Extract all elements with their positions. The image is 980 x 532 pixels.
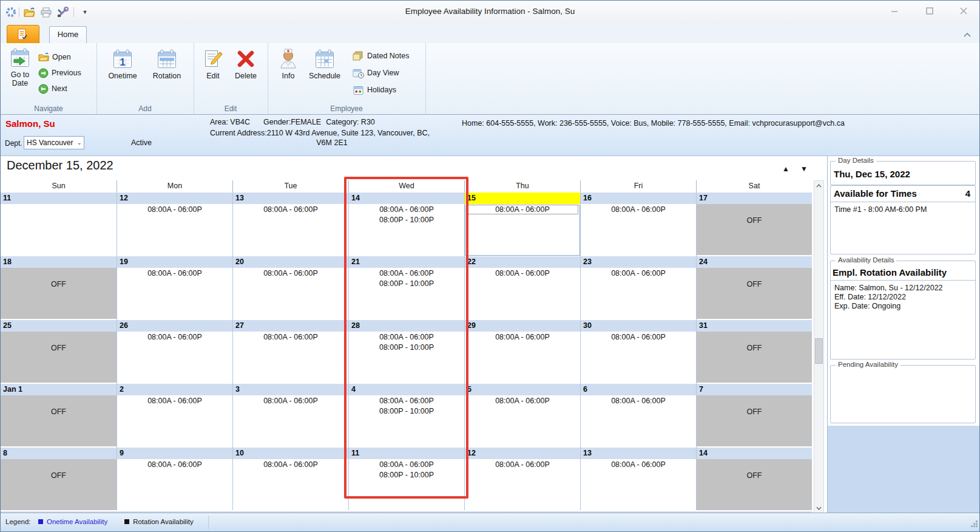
calendar-day-cell[interactable]: 1208:00A - 06:00P bbox=[117, 191, 232, 255]
close-button[interactable] bbox=[951, 4, 976, 18]
availability-time-entry[interactable]: 08:00A - 06:00P bbox=[465, 268, 580, 278]
tab-home[interactable]: Home bbox=[49, 26, 87, 43]
calendar-day-cell[interactable]: 11 bbox=[1, 191, 117, 255]
scrollbar-thumb[interactable] bbox=[815, 338, 823, 364]
calendar-day-cell[interactable]: 1508:00A - 06:00P bbox=[464, 191, 580, 255]
availability-time-entry[interactable]: 08:00A - 06:00P bbox=[349, 332, 464, 342]
calendar-day-cell[interactable]: 1408:00A - 06:00P08:00P - 10:00P bbox=[348, 191, 464, 255]
day-view-button[interactable]: Day View bbox=[353, 66, 399, 80]
availability-time-entry[interactable]: 08:00P - 10:00P bbox=[349, 278, 464, 288]
availability-time-entry[interactable]: 08:00A - 06:00P bbox=[349, 204, 464, 214]
availability-time-entry[interactable]: 08:00A - 06:00P bbox=[581, 204, 696, 214]
info-button[interactable]: Info bbox=[275, 48, 302, 80]
calendar-scrollbar[interactable] bbox=[814, 180, 824, 514]
next-button[interactable]: Next bbox=[38, 82, 67, 95]
calendar-day-cell[interactable]: 2708:00A - 06:00P bbox=[232, 319, 348, 383]
scroll-down-triangle[interactable]: ▼ bbox=[800, 165, 808, 173]
holidays-icon bbox=[353, 85, 364, 95]
availability-time-entry[interactable]: 08:00A - 06:00P bbox=[465, 459, 580, 469]
calendar-day-cell[interactable]: Jan 1OFF bbox=[1, 383, 117, 446]
goto-date-button[interactable]: Go to Date bbox=[4, 47, 36, 87]
availability-time-entry[interactable]: 08:00A - 06:00P bbox=[117, 268, 232, 278]
calendar-day-cell[interactable]: 1308:00A - 06:00P bbox=[232, 191, 348, 255]
calendar-day-cell[interactable]: 2108:00A - 06:00P08:00P - 10:00P bbox=[348, 255, 464, 319]
previous-button[interactable]: Previous bbox=[38, 66, 81, 80]
availability-time-entry[interactable]: 08:00A - 06:00P bbox=[349, 395, 464, 406]
delete-button[interactable]: Delete bbox=[230, 48, 262, 80]
availability-time-entry[interactable]: 08:00A - 06:00P bbox=[233, 459, 348, 469]
availability-time-entry[interactable]: 08:00P - 10:00P bbox=[349, 406, 464, 416]
day-times-area: 08:00A - 06:00P bbox=[117, 268, 232, 319]
onetime-button[interactable]: 1 Onetime bbox=[105, 48, 140, 80]
availability-time-entry[interactable]: 08:00A - 06:00P bbox=[465, 332, 580, 342]
edit-button[interactable]: Edit bbox=[200, 48, 226, 80]
calendar-day-cell[interactable]: 18OFF bbox=[1, 255, 117, 319]
calendar-day-cell[interactable]: 408:00A - 06:00P08:00P - 10:00P bbox=[348, 383, 464, 446]
collapse-ribbon-icon[interactable] bbox=[962, 30, 972, 39]
availability-time-entry[interactable]: 08:00A - 06:00P bbox=[349, 459, 464, 469]
availability-time-entry[interactable]: 08:00A - 06:00P bbox=[233, 204, 348, 214]
application-menu-button[interactable] bbox=[7, 25, 39, 43]
availability-time-entry[interactable]: 08:00A - 06:00P bbox=[233, 395, 348, 406]
calendar-day-cell[interactable]: 14OFF bbox=[696, 446, 812, 510]
schedule-button[interactable]: Schedule bbox=[305, 48, 344, 80]
scrollbar-down-icon[interactable] bbox=[814, 503, 823, 513]
day-off-area: OFF bbox=[697, 459, 812, 510]
availability-time-entry[interactable]: 08:00A - 06:00P bbox=[117, 204, 232, 214]
calendar-day-cell[interactable]: 1608:00A - 06:00P bbox=[580, 191, 696, 255]
scroll-up-triangle[interactable]: ▲ bbox=[782, 165, 789, 173]
availability-time-entry[interactable]: 08:00P - 10:00P bbox=[349, 214, 464, 225]
calendar-day-cell[interactable]: 1008:00A - 06:00P bbox=[232, 446, 348, 510]
calendar-day-cell[interactable]: 25OFF bbox=[1, 319, 117, 383]
availability-time-entry[interactable]: 08:00A - 06:00P bbox=[467, 205, 578, 214]
dept-dropdown[interactable]: HS Vancouver ⌄ bbox=[24, 136, 84, 149]
availability-time-entry[interactable]: 08:00P - 10:00P bbox=[349, 469, 464, 480]
availability-time-entry[interactable]: 08:00A - 06:00P bbox=[581, 395, 696, 406]
availability-time-entry[interactable]: 08:00A - 06:00P bbox=[581, 332, 696, 342]
calendar-day-cell[interactable]: 17OFF bbox=[696, 191, 812, 255]
calendar-day-cell[interactable]: 24OFF bbox=[696, 255, 812, 319]
availability-time-entry[interactable]: 08:00A - 06:00P bbox=[117, 332, 232, 342]
availability-time-entry[interactable]: 08:00A - 06:00P bbox=[349, 268, 464, 278]
availability-time-entry[interactable]: 08:00A - 06:00P bbox=[233, 332, 348, 342]
calendar-day-cell[interactable]: 2908:00A - 06:00P bbox=[464, 319, 580, 383]
calendar-date-label: 13 bbox=[581, 448, 696, 459]
availability-detail-line: Name: Salmon, Su - 12/12/2022 bbox=[834, 284, 972, 293]
calendar-day-cell[interactable]: 8OFF bbox=[1, 446, 117, 510]
calendar-day-cell[interactable]: 2208:00A - 06:00P bbox=[464, 255, 580, 319]
calendar-day-cell[interactable]: 1308:00A - 06:00P bbox=[580, 446, 696, 510]
calendar-day-cell[interactable]: 1908:00A - 06:00P bbox=[117, 255, 232, 319]
rotation-button[interactable]: Rotation bbox=[149, 48, 185, 80]
availability-time-entry[interactable]: 08:00A - 06:00P bbox=[117, 459, 232, 469]
availability-time-entry[interactable]: 08:00A - 06:00P bbox=[233, 268, 348, 278]
calendar-day-cell[interactable]: 308:00A - 06:00P bbox=[232, 383, 348, 446]
calendar-day-cell[interactable]: 1208:00A - 06:00P bbox=[464, 446, 580, 510]
availability-calendar: December 15, 2022 ▲ ▼ SunMonTueWedThuFri… bbox=[1, 156, 812, 514]
availability-time-entry[interactable]: 08:00A - 06:00P bbox=[465, 395, 580, 406]
resize-grip[interactable] bbox=[970, 519, 978, 530]
calendar-day-cell[interactable]: 2608:00A - 06:00P bbox=[117, 319, 232, 383]
availability-time-entry[interactable]: 08:00A - 06:00P bbox=[581, 459, 696, 469]
availability-time-entry[interactable]: 08:00A - 06:00P bbox=[117, 395, 232, 406]
maximize-button[interactable] bbox=[917, 4, 942, 18]
minimize-button[interactable] bbox=[882, 4, 907, 18]
calendar-day-cell[interactable]: 908:00A - 06:00P bbox=[117, 446, 232, 510]
calendar-day-cell[interactable]: 608:00A - 06:00P bbox=[580, 383, 696, 446]
calendar-day-cell[interactable]: 7OFF bbox=[696, 383, 812, 446]
calendar-day-cell[interactable]: 508:00A - 06:00P bbox=[464, 383, 580, 446]
open-button[interactable]: Open bbox=[38, 50, 71, 64]
selected-date-title: Thu, Dec 15, 2022 bbox=[834, 169, 975, 179]
calendar-day-cell[interactable]: 2308:00A - 06:00P bbox=[580, 255, 696, 319]
goto-date-label-line1: Go to bbox=[11, 70, 30, 79]
availability-time-entry[interactable]: 08:00A - 06:00P bbox=[581, 268, 696, 278]
availability-time-entry[interactable]: 08:00P - 10:00P bbox=[349, 342, 464, 352]
calendar-day-cell[interactable]: 31OFF bbox=[696, 319, 812, 383]
calendar-day-cell[interactable]: 1108:00A - 06:00P08:00P - 10:00P bbox=[348, 446, 464, 510]
calendar-day-cell[interactable]: 2808:00A - 06:00P08:00P - 10:00P bbox=[348, 319, 464, 383]
calendar-day-cell[interactable]: 3008:00A - 06:00P bbox=[580, 319, 696, 383]
scrollbar-up-icon[interactable] bbox=[814, 181, 823, 191]
calendar-day-cell[interactable]: 2008:00A - 06:00P bbox=[232, 255, 348, 319]
holidays-button[interactable]: Holidays bbox=[353, 83, 396, 97]
calendar-day-cell[interactable]: 208:00A - 06:00P bbox=[117, 383, 232, 446]
dated-notes-button[interactable]: Dated Notes bbox=[353, 49, 409, 63]
